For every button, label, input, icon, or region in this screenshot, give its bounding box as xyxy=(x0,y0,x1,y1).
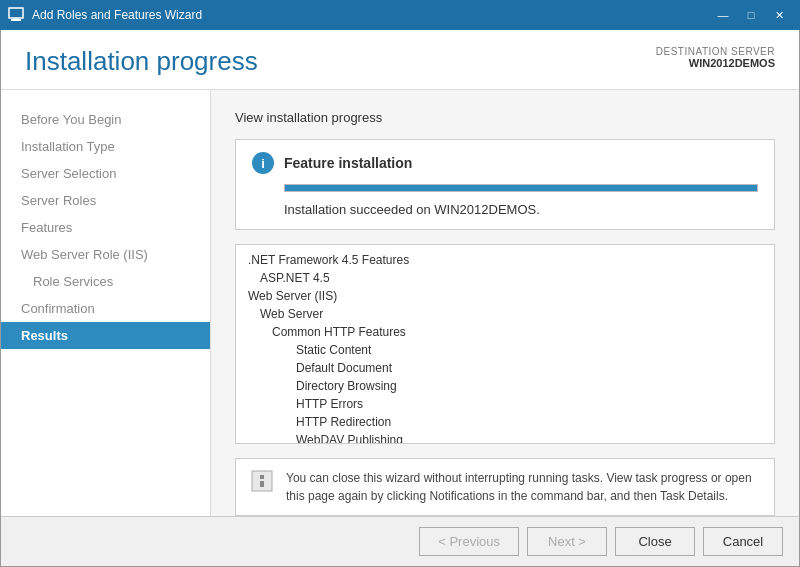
svg-rect-5 xyxy=(260,481,264,487)
list-item: Web Server xyxy=(236,305,774,323)
info-icon: i xyxy=(252,152,274,174)
list-item: Common HTTP Features xyxy=(236,323,774,341)
title-bar-left: Add Roles and Features Wizard xyxy=(8,7,202,23)
feature-installation-box: i Feature installation Installation succ… xyxy=(235,139,775,230)
list-item: Web Server (IIS) xyxy=(236,287,774,305)
list-item: Default Document xyxy=(236,359,774,377)
page-title: Installation progress xyxy=(25,46,258,77)
minimize-button[interactable]: — xyxy=(710,5,736,25)
sidebar-item-before-you-begin[interactable]: Before You Begin xyxy=(1,106,210,133)
list-item: .NET Framework 4.5 Features xyxy=(236,251,774,269)
progress-bar-container xyxy=(284,184,758,192)
content-area: View installation progress i Feature ins… xyxy=(211,90,799,516)
notification-box: You can close this wizard without interr… xyxy=(235,458,775,516)
progress-bar-fill xyxy=(285,185,757,191)
sidebar: Before You BeginInstallation TypeServer … xyxy=(1,90,211,516)
title-bar: Add Roles and Features Wizard — □ ✕ xyxy=(0,0,800,30)
title-bar-controls: — □ ✕ xyxy=(710,5,792,25)
notification-icon xyxy=(250,469,274,493)
features-list-container[interactable]: .NET Framework 4.5 FeaturesASP.NET 4.5We… xyxy=(235,244,775,444)
wizard-footer: < Previous Next > Close Cancel xyxy=(1,516,799,566)
list-item: Directory Browsing xyxy=(236,377,774,395)
maximize-button[interactable]: □ xyxy=(738,5,764,25)
sidebar-item-server-roles[interactable]: Server Roles xyxy=(1,187,210,214)
list-item: WebDAV Publishing xyxy=(236,431,774,444)
app-icon xyxy=(8,7,24,23)
wizard-header: Installation progress DESTINATION SERVER… xyxy=(1,30,799,90)
sidebar-item-installation-type[interactable]: Installation Type xyxy=(1,133,210,160)
success-text: Installation succeeded on WIN2012DEMOS. xyxy=(284,202,758,217)
sidebar-item-results[interactable]: Results xyxy=(1,322,210,349)
svg-rect-2 xyxy=(14,18,18,19)
features-list: .NET Framework 4.5 FeaturesASP.NET 4.5We… xyxy=(236,245,774,444)
sidebar-item-confirmation[interactable]: Confirmation xyxy=(1,295,210,322)
title-bar-title: Add Roles and Features Wizard xyxy=(32,8,202,22)
wizard-body: Before You BeginInstallation TypeServer … xyxy=(1,90,799,516)
svg-rect-1 xyxy=(11,19,21,21)
sidebar-item-role-services[interactable]: Role Services xyxy=(1,268,210,295)
next-button[interactable]: Next > xyxy=(527,527,607,556)
view-progress-label: View installation progress xyxy=(235,110,775,125)
list-item: HTTP Redirection xyxy=(236,413,774,431)
dest-server-label: DESTINATION SERVER xyxy=(656,46,775,57)
list-item: ASP.NET 4.5 xyxy=(236,269,774,287)
previous-button[interactable]: < Previous xyxy=(419,527,519,556)
close-button[interactable]: Close xyxy=(615,527,695,556)
svg-rect-4 xyxy=(260,475,264,479)
window-close-button[interactable]: ✕ xyxy=(766,5,792,25)
sidebar-item-web-server-role-iis[interactable]: Web Server Role (IIS) xyxy=(1,241,210,268)
destination-server: DESTINATION SERVER WIN2012DEMOS xyxy=(656,46,775,69)
feature-header: i Feature installation xyxy=(252,152,758,174)
sidebar-item-server-selection[interactable]: Server Selection xyxy=(1,160,210,187)
sidebar-item-features[interactable]: Features xyxy=(1,214,210,241)
wizard-container: Installation progress DESTINATION SERVER… xyxy=(0,30,800,567)
svg-rect-0 xyxy=(9,8,23,18)
feature-title: Feature installation xyxy=(284,155,412,171)
dest-server-name: WIN2012DEMOS xyxy=(656,57,775,69)
list-item: HTTP Errors xyxy=(236,395,774,413)
cancel-button[interactable]: Cancel xyxy=(703,527,783,556)
notification-text: You can close this wizard without interr… xyxy=(286,469,760,505)
list-item: Static Content xyxy=(236,341,774,359)
